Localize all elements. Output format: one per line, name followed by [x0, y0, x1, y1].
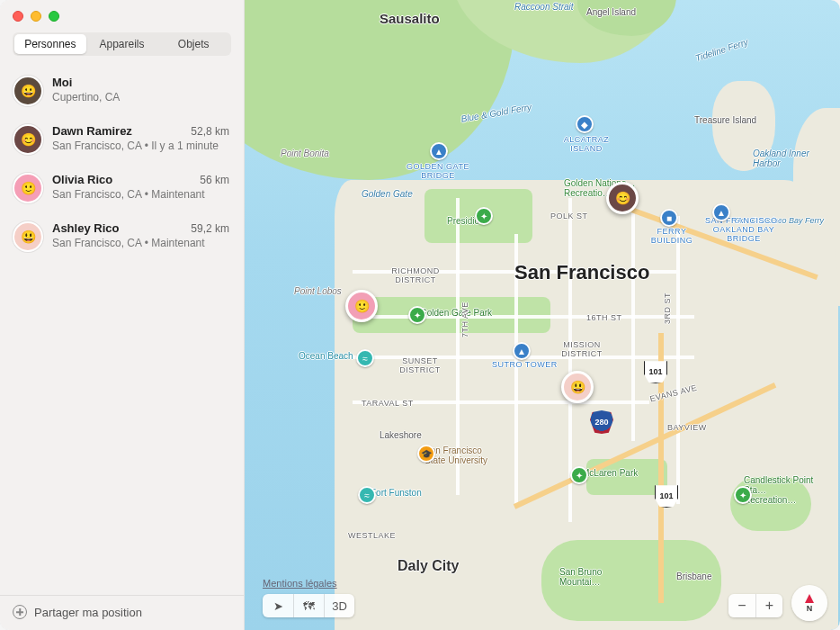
- poi-park-icon[interactable]: ✦: [475, 207, 493, 225]
- map-person-pin[interactable]: 😊: [606, 182, 639, 214]
- sidebar: Personnes Appareils Objets 😀 Moi Cuperti…: [0, 0, 245, 630]
- person-name: Olivia Rico: [52, 173, 112, 186]
- poi-beach-icon[interactable]: ≈: [358, 486, 376, 504]
- poi-alcatraz-icon[interactable]: ◆: [576, 115, 594, 133]
- location-arrow-icon: ➤: [273, 599, 283, 613]
- tab-people[interactable]: Personnes: [14, 34, 86, 54]
- legal-link[interactable]: Mentions légales: [263, 578, 337, 589]
- person-distance: 59,2 km: [191, 222, 229, 235]
- avatar: 😀: [13, 76, 43, 106]
- map-mode-controls: ➤ 🗺 3D: [263, 594, 354, 617]
- map-label: San Francisco State University: [424, 446, 505, 465]
- zoom-in-button[interactable]: +: [755, 594, 782, 617]
- map-label: 16TH ST: [586, 313, 622, 322]
- person-name: Moi: [52, 76, 72, 89]
- map-layers-button[interactable]: 🗺: [293, 594, 324, 617]
- map-poi-label: FERRY BUILDING: [645, 227, 699, 245]
- list-item[interactable]: 😀 Moi Cupertino, CA: [0, 67, 244, 115]
- avatar: 😊: [13, 124, 43, 155]
- map-label: BAYVIEW: [667, 423, 707, 432]
- minus-icon: −: [737, 598, 746, 614]
- map-city-title: San Francisco: [514, 261, 649, 284]
- share-location-label: Partager ma position: [34, 606, 142, 619]
- map-label: SUNSET DISTRICT: [393, 356, 447, 374]
- compass-needle-icon: [805, 594, 814, 603]
- map-water-label: Raccoon Strait: [514, 2, 574, 12]
- avatar: 😃: [13, 221, 43, 252]
- map-label: 7TH AVE: [460, 302, 469, 338]
- window-controls: [13, 11, 59, 22]
- map-label: WESTLAKE: [348, 531, 396, 540]
- map-road: [631, 207, 635, 441]
- app-window: Personnes Appareils Objets 😀 Moi Cuperti…: [0, 0, 840, 630]
- list-item[interactable]: 🙂 Olivia Rico 56 km San Francisco, CA • …: [0, 164, 244, 212]
- map-road: [353, 315, 694, 319]
- plus-circle-icon: [13, 605, 27, 619]
- sidebar-tabs: Personnes Appareils Objets: [13, 32, 231, 56]
- shield-number: 101: [648, 367, 662, 376]
- map[interactable]: San Francisco Daly City Sausalito Raccoo…: [245, 0, 840, 630]
- map-city-label: Daly City: [398, 558, 459, 574]
- map-water-label: Oakland Inner Harbor: [753, 148, 825, 168]
- compass-button[interactable]: N: [791, 585, 827, 621]
- locate-me-button[interactable]: ➤: [263, 594, 293, 617]
- person-subtitle: San Francisco, CA • Maintenant: [52, 188, 229, 201]
- poi-beach-icon[interactable]: ≈: [356, 349, 374, 367]
- poi-park-icon[interactable]: ✦: [570, 466, 588, 484]
- map-3d-button[interactable]: 3D: [324, 594, 354, 617]
- tab-items[interactable]: Objets: [157, 34, 229, 54]
- us-route-shield-icon: 101: [644, 360, 667, 383]
- map-poi-label: GOLDEN GATE BRIDGE: [402, 162, 474, 180]
- us-route-shield-icon: 101: [655, 484, 678, 508]
- shield-number: 101: [659, 491, 673, 500]
- poi-park-icon[interactable]: ✦: [408, 306, 426, 324]
- person-name: Dawn Ramirez: [52, 124, 132, 138]
- share-location-button[interactable]: Partager ma position: [0, 595, 244, 630]
- map-label: TARAVAL ST: [362, 399, 414, 408]
- map-icon: 🗺: [303, 599, 315, 613]
- tab-devices[interactable]: Appareils: [86, 34, 158, 54]
- person-subtitle: San Francisco, CA • Il y a 1 minute: [52, 140, 229, 152]
- map-label: Brisbane: [676, 572, 711, 581]
- map-label: San Bruno Mountai…: [559, 567, 631, 587]
- map-label: MISSION DISTRICT: [555, 340, 609, 358]
- map-label: Angel Island: [586, 7, 636, 17]
- poi-park-icon[interactable]: ✦: [734, 486, 752, 504]
- map-label: POLK ST: [550, 212, 588, 220]
- shield-number: 280: [594, 418, 608, 427]
- map-water-label: Golden Gate: [362, 189, 413, 199]
- map-person-pin[interactable]: 🙂: [345, 290, 378, 322]
- map-label: Golden Gate Park: [420, 308, 492, 318]
- map-poi-label: SAN FRANCISCO–OAKLAND BAY BRIDGE: [703, 216, 784, 243]
- map-label: Treasure Island: [694, 115, 756, 125]
- map-label: McLaren Park: [582, 468, 638, 478]
- zoom-controls: − +: [728, 594, 782, 617]
- person-distance: 56 km: [200, 174, 229, 186]
- minimize-window-button[interactable]: [31, 11, 41, 22]
- map-person-pin[interactable]: 😃: [561, 371, 594, 403]
- poi-sutro-tower-icon[interactable]: ▲: [513, 342, 531, 360]
- poi-bay-bridge-icon[interactable]: ▲: [712, 203, 730, 221]
- poi-university-icon[interactable]: 🎓: [417, 445, 435, 463]
- zoom-out-button[interactable]: −: [728, 594, 755, 617]
- map-label: Lakeshore: [380, 430, 422, 440]
- map-3d-label: 3D: [332, 599, 347, 613]
- poi-golden-gate-bridge-icon[interactable]: ▲: [430, 142, 448, 160]
- close-window-button[interactable]: [13, 11, 23, 22]
- person-distance: 52,8 km: [191, 125, 229, 138]
- map-label: Point Bonita: [281, 148, 329, 158]
- people-list: 😀 Moi Cupertino, CA 😊 Dawn Ramirez 52,8 …: [0, 63, 244, 595]
- fullscreen-window-button[interactable]: [49, 11, 59, 22]
- map-label: RICHMOND DISTRICT: [384, 266, 447, 284]
- map-city-label: Sausalito: [380, 11, 440, 26]
- map-poi-label: SUTRO TOWER: [492, 360, 558, 369]
- poi-ferry-building-icon[interactable]: ■: [660, 209, 678, 227]
- map-label: Fort Funston: [371, 488, 422, 498]
- map-label: Candlestick Point Sta… Recreation…: [744, 475, 816, 505]
- list-item[interactable]: 😃 Ashley Rico 59,2 km San Francisco, CA …: [0, 212, 244, 261]
- plus-icon: +: [765, 598, 773, 614]
- list-item[interactable]: 😊 Dawn Ramirez 52,8 km San Francisco, CA…: [0, 115, 244, 164]
- map-poi-label: ALCATRAZ ISLAND: [559, 135, 613, 153]
- person-name: Ashley Rico: [52, 221, 119, 235]
- compass-north-label: N: [807, 604, 813, 613]
